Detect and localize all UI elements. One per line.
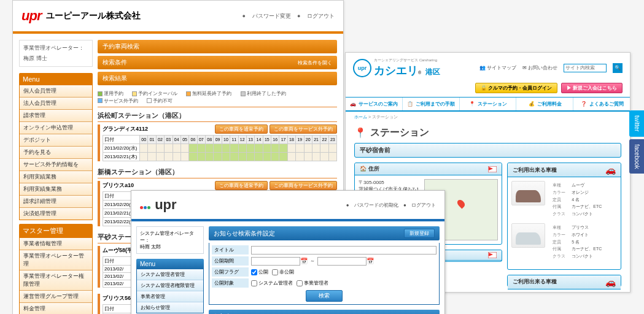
car-name: グランディス4112 [103,125,148,133]
logo-block: upr [140,197,177,213]
nav-icon: ❓ [580,101,588,107]
nav-item[interactable]: ❓よくあるご質問 [573,98,630,110]
sidebar-item[interactable]: お知らせ管理 [137,302,203,313]
sidebar-item[interactable]: 個人会員管理 [20,85,92,98]
pw-init-link[interactable]: ● パスワードの初期化 [346,202,398,208]
twitter-tab[interactable]: twitter [629,110,644,137]
car-icon: 🚗 [605,165,616,175]
site-search-input[interactable] [564,64,607,72]
nav-icon: 💰 [528,101,535,107]
site-logo: upr カーシェアリングサービス Carsharing カシエリ® 港区 [353,58,440,78]
breadcrumb-home[interactable]: ホーム [354,115,367,119]
upr-logo: upr [21,8,41,24]
nav-item[interactable]: 📋ご利用までの手順 [403,98,460,110]
upr-logo: upr [140,197,177,213]
logout-link[interactable]: ● ログアウト [297,13,335,19]
sidebar-item[interactable]: 請求管理 [20,110,92,122]
sitemap-link[interactable]: 👥 サイトマップ [479,64,516,71]
period-to-input[interactable] [317,257,367,266]
nav-item[interactable]: 📍ステーション [460,98,517,110]
operator-title: システム管理オペレーター： [140,230,200,243]
service-reserve-button[interactable]: この車両をサービス外予約 [270,181,337,190]
map-pin-icon [456,199,467,209]
period-from-input[interactable] [251,257,300,266]
sidebar-item[interactable]: オンライン申込管理 [20,122,92,134]
sidebar-item[interactable]: 利用実績業務 [20,171,92,183]
sidebar-item[interactable]: 事業管理オペレーター権限管理 [20,270,92,291]
cars-box-title: ご利用出来る車種 [513,166,557,174]
sidebar-item[interactable]: デポジット [20,134,92,147]
sidebar-item[interactable]: 利用実績集業務 [20,183,92,196]
sidebar-item[interactable]: サービス外予約情報を [20,159,92,171]
nav-icon: 🚗 [349,101,357,107]
menu-header: Menu [19,73,93,85]
car-item: 車種ムーヴカラーオレンジ定員4 名付属カーナビ、ETCクラスコンパクト [511,181,617,218]
operator-box: システム管理オペレーター： 時雨 太郎 [136,226,204,254]
car-image [511,223,545,248]
search-icon[interactable]: 🔍 [613,63,623,73]
sidebar-item[interactable]: 法人会員管理 [20,98,92,110]
search-button[interactable]: 検索 [306,290,343,302]
sidebar-item[interactable]: 事業者情報管理 [20,238,92,250]
flag-private-checkbox[interactable]: 非公開 [272,269,294,275]
breadcrumb: ホーム > ステーション [346,112,630,123]
flag-public-checkbox[interactable]: 公開 [251,269,268,275]
flag-icon[interactable] [488,166,497,172]
sidebar-item[interactable]: 事業者管理 [137,291,203,302]
search-bar: 予約車両検索 [98,40,337,53]
facebook-tab[interactable]: facebook [629,139,644,174]
company-name: ユーピーアール株式会社 [46,10,141,21]
sidebar-item[interactable]: 請求詳細管理 [20,196,92,208]
logout-link[interactable]: ● ログアウト [403,202,436,208]
legend: 運用予約 予約インターバル 無料延長終了予約 利用終了した予約 サービス外予約 … [98,88,337,107]
breadcrumb-current: ステーション [372,115,398,119]
reserve-button[interactable]: この車両を通常予約 [215,124,268,134]
sidebar-item[interactable]: 予約を見る [20,147,92,159]
sidebar-item[interactable]: 料金管理 [20,303,92,314]
target-label: 公開対象 [212,278,249,288]
sidebar-item[interactable]: システム管理者管理 [137,269,203,280]
title-input[interactable] [251,246,436,255]
bar-title: お知らせ検索条件設定 [214,229,275,238]
operator-name: 時雨 太郎 [140,243,200,250]
station-title: 新橋ステーション（港区） [98,167,337,178]
logo-block: upr ユーピーアール株式会社 [21,8,141,24]
master-header: マスター管理 [19,224,93,238]
target-sys-checkbox[interactable]: システム管理者 [251,280,293,286]
flag-icon[interactable] [488,252,497,258]
cond-label: 検索条件 [103,58,127,67]
news-bar: お知らせ [209,310,440,314]
reserve-button[interactable]: この車両を通常予約 [215,181,268,190]
sidebar-item[interactable]: 事業管理オペレーター管理 [20,250,92,270]
cond-open-link[interactable]: 検索条件を開く [298,59,332,66]
pw-change-link[interactable]: ● パスワード変更 [242,13,291,19]
contact-link[interactable]: ✉ お問い合わせ [522,64,557,71]
title-label: タイトル [212,245,249,255]
new-register-button[interactable]: 新規登録 [404,229,435,238]
operator-box: 事業管理オペレーター： 梅原 博士 [19,40,93,67]
address-title: 住所 [368,166,379,172]
service-reserve-button[interactable]: この車両をサービス外予約 [270,124,337,134]
operator-name: 梅原 博士 [23,55,88,63]
car-name: プリウスa10 [103,182,134,190]
flag-label: 公開フラグ [212,267,249,277]
top-links: 👥 サイトマップ ✉ お問い合わせ 🔍 [479,63,623,73]
car-name: ムーヴ58(平 [103,247,133,255]
signup-button[interactable]: ▶ 新規ご入会はこちら [561,83,623,93]
nav-item[interactable]: 💰ご利用料金 [516,98,573,110]
menu-header: Menu [136,259,204,269]
page-title: 📍 ステーション [346,123,630,143]
target-biz-checkbox[interactable]: 事業管理者 [297,280,328,286]
search-form: タイトル 公開期間 📅 ～ 📅 公開フラグ 公開 非公開 公開対象 システム管理… [209,243,440,305]
ward-name: 港区 [425,67,440,76]
sidebar-item[interactable]: 運営管理グループ管理 [20,291,92,303]
nav-item[interactable]: 🚗サービスのご案内 [346,98,403,110]
upr-badge: upr [353,59,371,77]
home-icon: 🏠 [360,166,367,172]
cond-bar: 検索条件 検索条件を開く [98,56,337,69]
sidebar-item[interactable]: システム管理者権限管理 [137,280,203,291]
header-links: ● パスワードの初期化 ● ログアウト [343,202,436,209]
search-cond-bar: お知らせ検索条件設定 新規登録 [209,226,440,240]
sidebar-item[interactable]: 決済処理管理 [20,208,92,220]
login-button[interactable]: 🔒 クルマの予約・会員ログイン [475,83,557,93]
